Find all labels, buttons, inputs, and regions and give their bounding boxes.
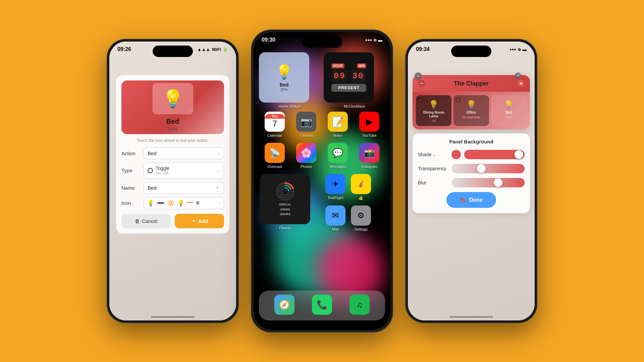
- home-widget-percent: 25%: [280, 87, 288, 92]
- light-card-dining[interactable]: − 💡 Dining Room Lamp Off: [416, 95, 451, 126]
- clapper-title: The Clapper: [425, 80, 517, 87]
- icon-wave[interactable]: 〰: [187, 199, 193, 206]
- dynamic-island-2: [302, 36, 342, 48]
- app-photos[interactable]: 🌸 Photos: [294, 143, 318, 169]
- icon-bulb-yellow[interactable]: 💡: [147, 199, 154, 207]
- light-minus-office[interactable]: −: [455, 97, 461, 103]
- app-youtube[interactable]: ▶ YouTube: [357, 112, 381, 137]
- blur-slider[interactable]: [451, 178, 525, 187]
- toggle-main: Toggle: [156, 166, 169, 171]
- battery-icon-3: ▬: [522, 47, 527, 52]
- transparency-slider[interactable]: [451, 164, 525, 173]
- light-card-bed[interactable]: 💡 Bed 25%: [491, 95, 527, 126]
- phone-1: 09:26 ▲▲▲ WiFi 🔋 💡 Bed 25% Touch the ico…: [107, 40, 238, 322]
- app-money[interactable]: 💰 💰: [351, 174, 371, 200]
- outer-minus-top[interactable]: −: [515, 72, 521, 79]
- type-chevron: ⌄: [216, 168, 220, 173]
- app-notes[interactable]: 📝 Notes: [326, 112, 350, 137]
- app-messages[interactable]: 💬 Messages: [326, 143, 350, 169]
- clapper-close-button[interactable]: ✕: [517, 80, 525, 87]
- name-label: Name: [121, 185, 140, 191]
- add-button[interactable]: ＋ Add: [175, 214, 224, 228]
- clock-digits: 09 30: [332, 70, 366, 82]
- signal-icon-2: ●●●: [365, 38, 372, 42]
- dock-whatsapp[interactable]: 📞: [310, 295, 334, 316]
- dock-safari[interactable]: 🧭: [272, 295, 297, 316]
- wifi-icon-3: ⌾: [518, 47, 521, 52]
- notes-label: Notes: [333, 133, 343, 137]
- blur-thumb[interactable]: [494, 178, 502, 187]
- office-name: Office: [467, 111, 476, 114]
- transparency-label: Transparency: [418, 166, 448, 171]
- clock-widget[interactable]: HOUR MIN 09 30 PRESENT McClockface: [324, 52, 385, 108]
- toggle-left: Toggle On / Off: [148, 166, 169, 176]
- light-widget-preview[interactable]: 💡 Bed 25%: [121, 80, 224, 134]
- type-label: Type: [121, 168, 140, 173]
- light-card-office[interactable]: − 💡 Office No response!: [453, 95, 489, 126]
- status-time-1: 09:26: [117, 46, 131, 52]
- action-input[interactable]: Bed ›: [143, 147, 224, 159]
- type-input[interactable]: Toggle On / Off ⌄: [143, 163, 224, 179]
- shade-thumb[interactable]: [515, 150, 523, 159]
- blur-row: Blur: [418, 178, 525, 187]
- home-indicator-2: [300, 325, 344, 327]
- home-widget-bulb: 💡: [275, 64, 293, 80]
- outer-minus-button[interactable]: −: [415, 72, 422, 80]
- app-camera[interactable]: 📷 Camera: [294, 112, 318, 137]
- fitness-label: Fitness: [279, 226, 291, 230]
- transparency-thumb[interactable]: [477, 164, 486, 173]
- hour-badge: HOUR: [331, 63, 344, 68]
- app-mail[interactable]: ✉ Mail: [325, 205, 345, 231]
- app-calendar[interactable]: THU 7 Calendar: [263, 112, 287, 137]
- home-widget[interactable]: 💡 Bed 25% Home Widget: [259, 52, 320, 108]
- whatsapp-icon: 📞: [312, 295, 332, 315]
- clapper-panel: − The Clapper ✕ − 💡 Dining Room Lamp Off: [413, 75, 530, 129]
- app-fitness[interactable]: 0/0KCAL0/0MIN0/0HRS Fitness: [273, 174, 297, 230]
- app-testflight[interactable]: ✈ TestFlight: [325, 174, 345, 200]
- bed-bulb: 💡: [504, 100, 514, 109]
- app-instagram[interactable]: 📸 Instagram: [357, 143, 381, 169]
- type-row: Type Toggle On / Off ⌄: [121, 163, 224, 179]
- name-clear[interactable]: ✕: [216, 185, 220, 190]
- app-settings[interactable]: ⚙ Settings: [351, 205, 371, 231]
- action-value: Bed: [148, 150, 157, 156]
- dining-status: Off: [432, 119, 436, 123]
- messages-label: Messages: [329, 165, 346, 169]
- overcast-label: Overcast: [267, 165, 282, 169]
- instagram-label: Instagram: [361, 165, 378, 169]
- light-icon-container: 💡: [153, 83, 193, 114]
- light-minus-dining[interactable]: −: [418, 97, 423, 103]
- clapper-header-minus[interactable]: −: [418, 80, 425, 87]
- hint-text: Touch the icon above to test your action…: [121, 138, 224, 143]
- camera-icon: 📷: [296, 112, 316, 132]
- testflight-label: TestFlight: [327, 196, 343, 200]
- icon-selector[interactable]: 💡 ➖ 🔆 💡 〰 ≡ ›: [143, 197, 224, 209]
- shade-chevron[interactable]: ⌄: [433, 153, 436, 157]
- app-overcast[interactable]: 📡 Overcast: [263, 143, 287, 169]
- action-buttons: 🗑 Cancel ＋ Add: [121, 214, 224, 228]
- icon-bulb-on[interactable]: 💡: [177, 199, 184, 207]
- icon-minus[interactable]: ➖: [157, 199, 164, 207]
- shade-slider[interactable]: [464, 150, 525, 159]
- add-label: Add: [198, 218, 208, 224]
- hour-display: 09: [332, 70, 347, 82]
- icon-lines[interactable]: ≡: [196, 199, 200, 206]
- clapper-lights: − 💡 Dining Room Lamp Off − 💡 Office No r…: [413, 92, 530, 129]
- plus-icon: ＋: [191, 218, 196, 224]
- done-icon: 🔖: [460, 197, 467, 203]
- done-button[interactable]: 🔖 Done: [446, 192, 496, 208]
- name-input[interactable]: Bed ✕: [143, 182, 224, 194]
- dining-bulb: 💡: [429, 100, 439, 109]
- dock-spotify[interactable]: ♫: [347, 295, 372, 316]
- icon-bulb-outline[interactable]: 🔆: [167, 199, 174, 207]
- settings-icon: ⚙: [351, 205, 371, 226]
- min-badge: MIN: [357, 63, 366, 68]
- cancel-button[interactable]: 🗑 Cancel: [121, 214, 171, 228]
- toggle-text: Toggle On / Off: [156, 166, 169, 176]
- name-row: Name Bed ✕: [121, 182, 224, 194]
- bulb-icon: 💡: [162, 88, 184, 109]
- settings-label: Settings: [354, 227, 368, 231]
- toggle-circle: [148, 168, 153, 173]
- shade-color-dot[interactable]: [451, 150, 461, 159]
- present-button[interactable]: PRESENT: [331, 84, 366, 92]
